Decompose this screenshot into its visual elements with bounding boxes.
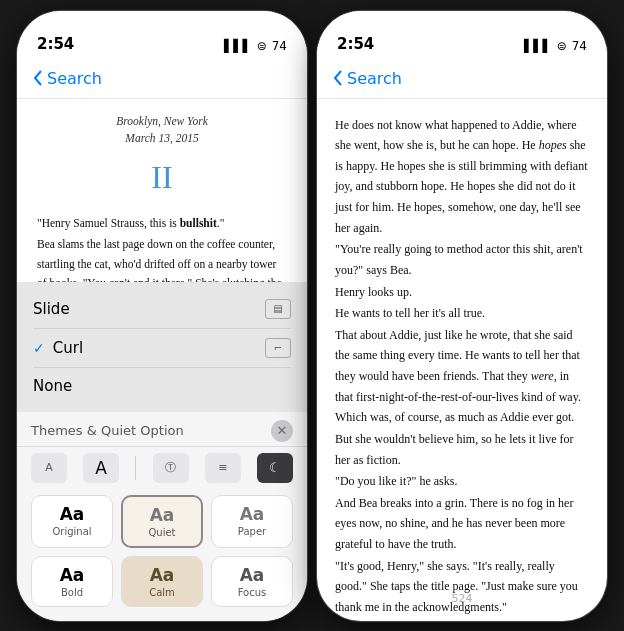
font-large-icon: A — [95, 458, 107, 478]
theme-calm-name: Calm — [149, 587, 175, 598]
font-small-btn[interactable]: A — [31, 453, 67, 483]
slide-icon: ▤ — [265, 299, 291, 319]
font-style-btn[interactable]: Ⓣ — [153, 453, 189, 483]
theme-quiet-preview: Aa — [150, 505, 175, 525]
read-para-9: "It's good, Henry," she says. "It's real… — [335, 556, 589, 618]
back-label-right: Search — [347, 69, 402, 88]
nav-bar-right: Search — [317, 59, 607, 99]
theme-paper-preview: Aa — [240, 504, 265, 524]
theme-original[interactable]: Aa Original — [31, 495, 113, 548]
read-para-3: Henry looks up. — [335, 282, 589, 303]
theme-paper-name: Paper — [238, 526, 266, 537]
anim-slide-label: Slide — [33, 300, 70, 318]
back-button-right[interactable]: Search — [333, 69, 402, 88]
nav-bar-left: Search — [17, 59, 307, 99]
font-options-btn[interactable]: ☾ — [257, 453, 293, 483]
curl-check: ✓ — [33, 340, 45, 356]
theme-bold[interactable]: Aa Bold — [31, 556, 113, 607]
font-size-row: A A Ⓣ ≡ ☾ — [17, 446, 307, 489]
book-location: Brooklyn, New YorkMarch 13, 2015 — [37, 113, 287, 148]
phones-wrapper: 2:54 ▌▌▌ ⊜ 74 Search Brooklyn, New YorkM… — [17, 11, 607, 621]
theme-bold-name: Bold — [61, 587, 83, 598]
font-small-icon: A — [45, 461, 53, 474]
font-large-btn[interactable]: A — [83, 453, 119, 483]
book-header: Brooklyn, New YorkMarch 13, 2015 II — [37, 113, 287, 204]
read-para-6: But she wouldn't believe him, so he lets… — [335, 429, 589, 470]
theme-original-name: Original — [52, 526, 91, 537]
theme-grid: Aa Original Aa Quiet Aa Paper Aa Bold Aa — [17, 489, 307, 621]
signal-icon: ▌▌▌ — [224, 39, 252, 53]
battery-icon-right: 74 — [572, 39, 587, 53]
status-bar-right: 2:54 ▌▌▌ ⊜ 74 — [317, 11, 607, 59]
back-button-left[interactable]: Search — [33, 69, 102, 88]
left-phone: 2:54 ▌▌▌ ⊜ 74 Search Brooklyn, New YorkM… — [17, 11, 307, 621]
read-para-8: And Bea breaks into a grin. There is no … — [335, 493, 589, 555]
wifi-icon: ⊜ — [257, 39, 267, 53]
anim-curl-label: Curl — [53, 339, 265, 357]
animation-options: Slide ▤ ✓ Curl ⌐ None — [17, 282, 307, 412]
anim-none-label: None — [33, 377, 72, 395]
status-icons-right: ▌▌▌ ⊜ 74 — [524, 39, 587, 53]
book-para-1: "Henry Samuel Strauss, this is bullshit.… — [37, 214, 287, 234]
anim-curl[interactable]: ✓ Curl ⌐ — [33, 329, 291, 368]
back-label-left: Search — [47, 69, 102, 88]
read-para-2: "You're really going to method actor thi… — [335, 239, 589, 280]
theme-original-preview: Aa — [60, 504, 85, 524]
status-icons-left: ▌▌▌ ⊜ 74 — [224, 39, 287, 53]
read-para-4: He wants to tell her it's all true. — [335, 303, 589, 324]
time-right: 2:54 — [337, 35, 374, 53]
page-number: 524 — [452, 592, 473, 605]
curl-icon: ⌐ — [265, 338, 291, 358]
themes-title: Themes & Quiet Option — [31, 423, 184, 438]
theme-focus[interactable]: Aa Focus — [211, 556, 293, 607]
font-spacing-btn[interactable]: ≡ — [205, 453, 241, 483]
dismiss-button[interactable]: ✕ — [271, 420, 293, 442]
wifi-icon-right: ⊜ — [557, 39, 567, 53]
themes-header: Themes & Quiet Option ✕ — [17, 412, 307, 446]
time-left: 2:54 — [37, 35, 74, 53]
bottom-panel: Slide ▤ ✓ Curl ⌐ None Themes & Quiet Opt… — [17, 282, 307, 621]
theme-paper[interactable]: Aa Paper — [211, 495, 293, 548]
anim-slide[interactable]: Slide ▤ — [33, 290, 291, 329]
read-para-1: He does not know what happened to Addie,… — [335, 115, 589, 239]
theme-bold-preview: Aa — [60, 565, 85, 585]
anim-none[interactable]: None — [33, 368, 291, 404]
theme-focus-name: Focus — [238, 587, 267, 598]
chapter-number: II — [37, 151, 287, 204]
theme-calm-preview: Aa — [150, 565, 175, 585]
theme-quiet[interactable]: Aa Quiet — [121, 495, 203, 548]
theme-focus-preview: Aa — [240, 565, 265, 585]
read-para-7: "Do you like it?" he asks. — [335, 471, 589, 492]
signal-icon-right: ▌▌▌ — [524, 39, 552, 53]
read-para-10: "What?" — [335, 619, 589, 621]
read-para-5: That about Addie, just like he wrote, th… — [335, 325, 589, 428]
divider-1 — [135, 456, 136, 480]
theme-calm[interactable]: Aa Calm — [121, 556, 203, 607]
theme-quiet-name: Quiet — [148, 527, 175, 538]
right-phone: 2:54 ▌▌▌ ⊜ 74 Search He does not know wh… — [317, 11, 607, 621]
reading-content: He does not know what happened to Addie,… — [317, 99, 607, 621]
battery-icon: 74 — [272, 39, 287, 53]
status-bar-left: 2:54 ▌▌▌ ⊜ 74 — [17, 11, 307, 59]
